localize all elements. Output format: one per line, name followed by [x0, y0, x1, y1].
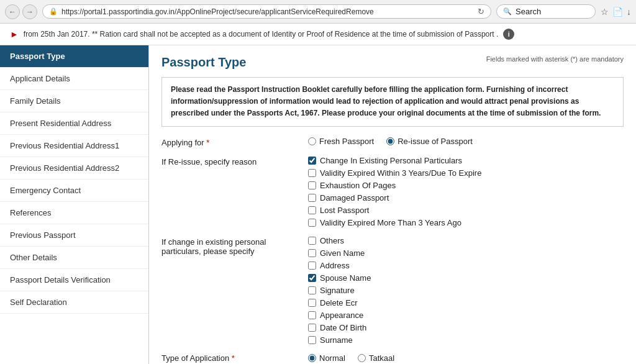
signature-option[interactable]: Signature — [308, 286, 624, 295]
delete-ecr-label: Delete Ecr — [320, 298, 358, 307]
validity-expired-3plus-checkbox[interactable] — [308, 219, 316, 227]
normal-option[interactable]: Normal — [308, 353, 345, 363]
fresh-passport-option[interactable]: Fresh Passport — [308, 137, 374, 146]
appearance-checkbox[interactable] — [308, 311, 316, 319]
search-icon: 🔍 — [503, 7, 512, 16]
main-layout: Passport TypeApplicant DetailsFamily Det… — [0, 45, 636, 364]
reissue-passport-option[interactable]: Re-issue of Passport — [386, 137, 473, 146]
validity-expired-3-checkbox[interactable] — [308, 169, 316, 177]
info-box: Please read the Passport Instruction Boo… — [161, 77, 624, 127]
sidebar-item-passport-type[interactable]: Passport Type — [0, 45, 148, 68]
damaged-passport-option[interactable]: Damaged Passport — [308, 193, 624, 202]
given-name-checkbox[interactable] — [308, 249, 316, 257]
others-option[interactable]: Others — [308, 236, 624, 245]
lost-passport-checkbox[interactable] — [308, 206, 316, 214]
surname-option[interactable]: Surname — [308, 335, 624, 345]
change-particulars-options: Others Given Name Address Spouse Name Si… — [308, 236, 624, 345]
change-personal-option[interactable]: Change In Existing Personal Particulars — [308, 156, 624, 165]
type-of-application-row: Type of Application * Normal Tatkaal — [161, 353, 624, 363]
reissue-passport-radio[interactable] — [386, 137, 394, 145]
sidebar-item-previous-passport[interactable]: Previous Passport — [0, 224, 148, 247]
tatkaal-radio[interactable] — [358, 354, 366, 362]
sidebar-item-self-declaration[interactable]: Self Declaration — [0, 291, 148, 314]
type-of-application-label: Type of Application * — [161, 353, 298, 363]
url-text: https://portal1.passportindia.gov.in/App… — [61, 7, 474, 16]
bookmark-icon[interactable]: ☆ — [601, 7, 609, 17]
given-name-option[interactable]: Given Name — [308, 248, 624, 258]
fresh-passport-radio[interactable] — [308, 137, 316, 145]
others-checkbox[interactable] — [308, 237, 316, 245]
nav-buttons: ← → — [5, 4, 37, 19]
sidebar-item-present-residential[interactable]: Present Residential Address — [0, 112, 148, 135]
validity-expired-3plus-label: Validity Expired More Than 3 Years Ago — [320, 218, 461, 227]
content-area: Passport Type Fields marked with asteris… — [149, 45, 636, 364]
signature-label: Signature — [320, 286, 355, 295]
exhaustion-pages-checkbox[interactable] — [308, 181, 316, 189]
spouse-name-option[interactable]: Spouse Name — [308, 273, 624, 283]
marquee-text: from 25th Jan 2017. ** Ration card shall… — [24, 30, 498, 39]
delete-ecr-checkbox[interactable] — [308, 299, 316, 307]
damaged-passport-checkbox[interactable] — [308, 194, 316, 202]
marquee-bar: ► from 25th Jan 2017. ** Ration card sha… — [0, 24, 636, 45]
sidebar-item-previous-residential-1[interactable]: Previous Residential Address1 — [0, 135, 148, 157]
back-button[interactable]: ← — [5, 4, 20, 19]
lost-passport-option[interactable]: Lost Passport — [308, 206, 624, 215]
sidebar-item-applicant-details[interactable]: Applicant Details — [0, 68, 148, 90]
validity-expired-3-option[interactable]: Validity Expired Within 3 Years/Due To E… — [308, 168, 624, 178]
marquee-arrow-icon: ► — [10, 29, 19, 39]
others-label: Others — [320, 236, 344, 245]
applying-for-required: * — [206, 138, 209, 147]
surname-checkbox[interactable] — [308, 336, 316, 344]
type-of-application-required: * — [232, 353, 235, 363]
date-of-birth-label: Date Of Birth — [320, 323, 366, 332]
address-option[interactable]: Address — [308, 261, 624, 270]
info-icon[interactable]: i — [503, 29, 514, 40]
change-personal-label: Change In Existing Personal Particulars — [320, 156, 462, 165]
sidebar-item-emergency-contact[interactable]: Emergency Contact — [0, 180, 148, 202]
spouse-name-label: Spouse Name — [320, 273, 371, 283]
address-bar[interactable]: 🔒 https://portal1.passportindia.gov.in/A… — [42, 4, 491, 19]
tatkaal-label: Tatkaal — [369, 353, 394, 363]
appearance-option[interactable]: Appearance — [308, 311, 624, 320]
damaged-passport-label: Damaged Passport — [320, 193, 389, 202]
normal-radio[interactable] — [308, 354, 316, 362]
mandatory-note: Fields marked with asterisk (*) are mand… — [486, 55, 624, 63]
change-particulars-row: If change in existing personal particula… — [161, 236, 624, 345]
forward-button[interactable]: → — [22, 4, 37, 19]
page-title: Passport Type — [161, 55, 246, 70]
sidebar-item-passport-details-verification[interactable]: Passport Details Verification — [0, 269, 148, 291]
sidebar: Passport TypeApplicant DetailsFamily Det… — [0, 45, 149, 364]
fresh-passport-label: Fresh Passport — [319, 137, 374, 146]
reissue-reason-row: If Re-issue, specify reason Change In Ex… — [161, 156, 624, 227]
validity-expired-3-label: Validity Expired Within 3 Years/Due To E… — [320, 168, 481, 178]
sidebar-item-references[interactable]: References — [0, 202, 148, 224]
date-of-birth-checkbox[interactable] — [308, 324, 316, 332]
search-bar[interactable]: 🔍 Search — [496, 4, 596, 19]
exhaustion-pages-option[interactable]: Exhaustion Of Pages — [308, 181, 624, 190]
refresh-button[interactable]: ↻ — [478, 7, 484, 16]
signature-checkbox[interactable] — [308, 286, 316, 294]
applying-for-label: Applying for * — [161, 137, 298, 147]
download-icon[interactable]: ↓ — [627, 7, 631, 17]
tatkaal-option[interactable]: Tatkaal — [358, 353, 394, 363]
sidebar-item-family-details[interactable]: Family Details — [0, 90, 148, 112]
applying-for-options: Fresh Passport Re-issue of Passport — [308, 137, 624, 146]
history-icon[interactable]: 📄 — [612, 7, 623, 17]
reissue-passport-label: Re-issue of Passport — [398, 137, 473, 146]
search-placeholder: Search — [516, 7, 541, 16]
reissue-reason-label: If Re-issue, specify reason — [161, 156, 298, 166]
date-of-birth-option[interactable]: Date Of Birth — [308, 323, 624, 332]
address-checkbox[interactable] — [308, 262, 316, 270]
change-personal-checkbox[interactable] — [308, 157, 316, 165]
surname-label: Surname — [320, 335, 353, 345]
appearance-label: Appearance — [320, 311, 363, 320]
exhaustion-pages-label: Exhaustion Of Pages — [320, 181, 396, 190]
delete-ecr-option[interactable]: Delete Ecr — [308, 298, 624, 307]
sidebar-item-previous-residential-2[interactable]: Previous Residential Address2 — [0, 157, 148, 180]
spouse-name-checkbox[interactable] — [308, 274, 316, 282]
lock-icon: 🔒 — [49, 7, 58, 16]
normal-label: Normal — [319, 353, 345, 363]
validity-expired-3plus-option[interactable]: Validity Expired More Than 3 Years Ago — [308, 218, 624, 227]
sidebar-item-other-details[interactable]: Other Details — [0, 247, 148, 269]
lost-passport-label: Lost Passport — [320, 206, 370, 215]
